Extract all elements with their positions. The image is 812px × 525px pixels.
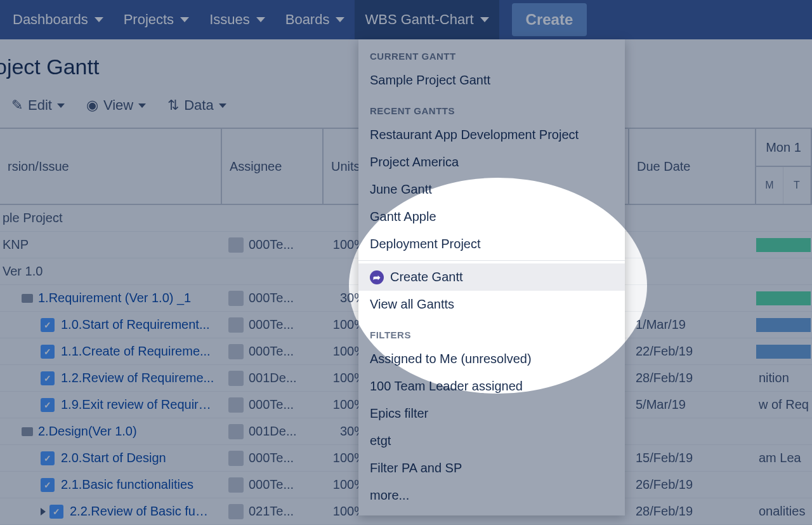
edit-dropdown[interactable]: ✎ Edit	[11, 97, 65, 114]
dropdown-item-label: Sample Project Gantt	[370, 73, 490, 88]
dropdown-item-label: Create Gantt	[390, 270, 463, 284]
assignee-name: 000Te...	[249, 397, 294, 412]
issue-cell: ✓2.0.Start of Design	[0, 445, 222, 471]
nav-issues[interactable]: Issues	[199, 0, 275, 39]
dropdown-item[interactable]: Deployment Project	[358, 230, 625, 258]
issue-label: Ver 1.0	[3, 264, 43, 279]
issue-label: ple Project	[3, 211, 63, 225]
calendar-day: M	[756, 167, 783, 204]
data-dropdown[interactable]: ⇅ Data	[167, 97, 226, 114]
gantt-bar[interactable]	[756, 291, 811, 305]
assignee-cell: 000Te...	[222, 312, 324, 338]
task-icon: ✓	[41, 345, 55, 359]
nav-label: Boards	[285, 11, 330, 28]
issue-cell: Ver 1.0	[0, 258, 222, 284]
issue-label[interactable]: 2.0.Start of Design	[61, 451, 166, 465]
issue-label[interactable]: 1.1.Create of Requireme...	[61, 344, 211, 359]
due-cell	[629, 285, 756, 311]
dropdown-item[interactable]: ➦Create Gantt	[358, 263, 625, 291]
create-button[interactable]: Create	[512, 3, 587, 36]
avatar	[228, 344, 244, 359]
due-cell: 5/Mar/19	[629, 392, 756, 418]
view-dropdown[interactable]: ◉ View	[86, 97, 146, 114]
dropdown-item[interactable]: Assigned to Me (unresolved)	[358, 345, 625, 373]
chevron-down-icon	[180, 17, 189, 22]
avatar	[228, 317, 244, 333]
due-cell: 22/Feb/19	[629, 338, 756, 364]
gantt-cell	[756, 472, 812, 498]
gantt-bar-label: nition	[756, 371, 789, 385]
top-nav: Dashboards Projects Issues Boards WBS Ga…	[0, 0, 812, 39]
gantt-cell	[756, 418, 812, 444]
assignee-cell: 021Te...	[222, 498, 324, 524]
assignee-cell: 001De...	[222, 418, 324, 444]
issue-label[interactable]: 1.2.Review of Requireme...	[61, 371, 214, 385]
sort-icon: ⇅	[167, 97, 179, 114]
assignee-cell: 001De...	[222, 365, 324, 391]
chevron-down-icon	[57, 103, 65, 108]
due-cell: 28/Feb/19	[629, 365, 756, 391]
chevron-down-icon	[336, 17, 344, 22]
assignee-name: 000Te...	[249, 451, 294, 465]
calendar-day: T	[783, 167, 811, 204]
dropdown-item[interactable]: View all Gantts	[358, 291, 625, 318]
avatar	[228, 291, 244, 306]
gantt-bar-label: w of Req	[756, 397, 809, 412]
calendar-date: Mon 1	[756, 129, 811, 167]
dropdown-item-label: Restaurant App Development Project	[370, 128, 579, 142]
dropdown-item[interactable]: Epics filter	[358, 400, 625, 427]
avatar	[228, 504, 244, 519]
avatar	[228, 371, 244, 386]
dropdown-item-label: View all Gantts	[370, 297, 454, 312]
gantt-dropdown-menu: CURRENT GANTTSample Project GanttRECENT …	[358, 39, 625, 515]
gantt-cell: onalities	[756, 498, 812, 524]
issue-label[interactable]: 2.2.Review of Basic functi...	[70, 504, 214, 519]
dropdown-separator	[358, 260, 625, 261]
assignee-name: 000Te...	[249, 477, 294, 492]
issue-label[interactable]: 1.0.Start of Requirement...	[61, 317, 210, 332]
issue-cell: 2.Design(Ver 1.0)	[0, 418, 222, 444]
dropdown-item[interactable]: Filter PA and SP	[358, 455, 625, 482]
issue-cell: ✓2.1.Basic functionalities	[0, 472, 222, 498]
expand-icon[interactable]	[41, 508, 46, 515]
gantt-bar[interactable]	[756, 238, 811, 252]
task-icon: ✓	[41, 451, 55, 465]
dropdown-item-label: Assigned to Me (unresolved)	[370, 352, 532, 366]
due-cell	[629, 258, 756, 284]
issue-label[interactable]: 1.Requirement (Ver 1.0) _1	[38, 291, 191, 305]
col-header-assignee[interactable]: Assignee	[222, 129, 322, 204]
nav-label: Dashboards	[13, 11, 88, 28]
issue-label[interactable]: 2.Design(Ver 1.0)	[38, 424, 137, 439]
dropdown-item[interactable]: more...	[358, 482, 625, 509]
dropdown-item[interactable]: Project America	[358, 149, 625, 176]
gantt-bar[interactable]	[756, 318, 811, 332]
nav-projects[interactable]: Projects	[114, 0, 199, 39]
dropdown-item[interactable]: Gantt Apple	[358, 203, 625, 230]
assignee-cell: 000Te...	[222, 445, 324, 471]
dropdown-item-label: Gantt Apple	[370, 209, 436, 224]
nav-dashboards[interactable]: Dashboards	[3, 0, 114, 39]
eye-icon: ◉	[86, 97, 98, 114]
due-cell: 15/Feb/19	[629, 445, 756, 471]
gantt-bar-label: am Lea	[756, 451, 801, 465]
toolbar-label: Edit	[28, 97, 52, 114]
col-header-issue[interactable]: rsion/Issue	[0, 129, 221, 204]
nav-boards[interactable]: Boards	[275, 0, 355, 39]
issue-cell: KNP	[0, 232, 222, 258]
dropdown-item[interactable]: etgt	[358, 427, 625, 455]
issue-cell: ✓1.0.Start of Requirement...	[0, 312, 222, 338]
due-cell: 1/Mar/19	[629, 312, 756, 338]
dropdown-item[interactable]: Sample Project Gantt	[358, 67, 625, 94]
dropdown-item[interactable]: 100 Team Leader assigned	[358, 373, 625, 400]
assignee-cell: 000Te...	[222, 392, 324, 418]
col-header-due[interactable]: Due Date	[629, 129, 755, 204]
assignee-name: 000Te...	[249, 344, 294, 359]
gantt-bar[interactable]	[756, 345, 811, 359]
issue-label[interactable]: 2.1.Basic functionalities	[61, 477, 193, 492]
folder-icon	[22, 294, 33, 303]
assignee-cell: 000Te...	[222, 472, 324, 498]
issue-label[interactable]: 1.9.Exit review of Require...	[61, 397, 214, 412]
dropdown-item[interactable]: Restaurant App Development Project	[358, 121, 625, 149]
dropdown-item[interactable]: June Gantt	[358, 176, 625, 203]
nav-wbs-gantt[interactable]: WBS Gantt-Chart	[355, 0, 499, 39]
